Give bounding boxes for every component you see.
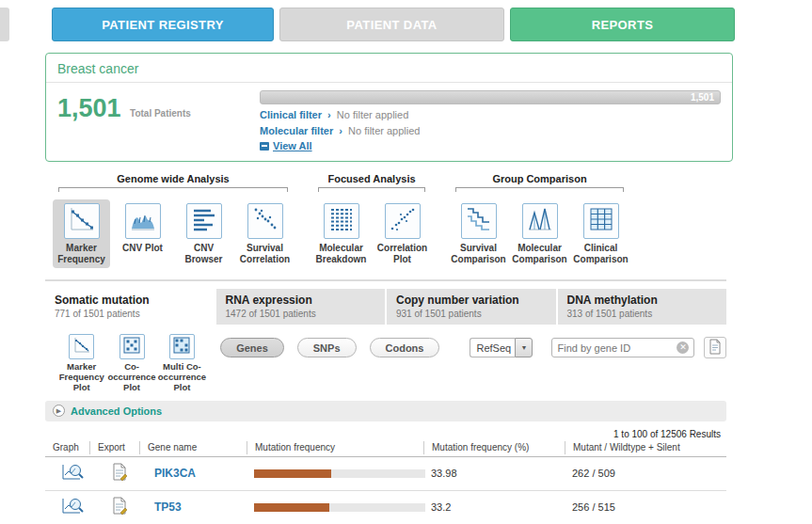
- group-bracket: [58, 187, 288, 192]
- tool-molecular-breakdown[interactable]: Molecular Breakdown: [312, 199, 370, 268]
- molecular-filter-value: No filter applied: [348, 125, 420, 136]
- results-table: Graph Export Gene name Mutation frequenc…: [45, 439, 726, 524]
- export-results-button[interactable]: [704, 337, 726, 358]
- data-tab-subtitle: 771 of 1501 patients: [55, 309, 205, 319]
- tool-label: Molecular Breakdown: [313, 243, 369, 264]
- tool-label: Molecular Comparison: [512, 243, 567, 264]
- total-patients-block: 1,501 Total Patients: [57, 90, 260, 151]
- genes-button[interactable]: Genes: [220, 338, 284, 357]
- tool-co-occurrence-plot[interactable]: Co-occurrence Plot: [106, 334, 156, 393]
- mini-tool-label: Multi Co-occurrence Plot: [157, 362, 207, 393]
- row-export-button[interactable]: [99, 463, 139, 484]
- window-icon: [260, 142, 269, 151]
- column-gene-name: Gene name: [139, 441, 247, 454]
- marker-frequency-icon: [68, 205, 96, 237]
- tab-dna-methylation[interactable]: DNA methylation 313 of 1501 patients: [558, 289, 727, 325]
- chevron-down-icon[interactable]: ▼: [515, 338, 533, 357]
- view-all-row: View All: [260, 140, 721, 151]
- row-graph-button[interactable]: [55, 463, 89, 484]
- analysis-toolbar: Genome wide Analysis Marker Frequency CN…: [53, 173, 812, 268]
- tab-reports-label: REPORTS: [592, 18, 654, 32]
- tool-cnv-browser[interactable]: CNV Browser: [175, 199, 232, 268]
- gene-link[interactable]: PIK3CA: [139, 467, 247, 480]
- molecular-filter-row: Molecular filter › No filter applied: [260, 125, 721, 136]
- expand-play-icon: ▶: [53, 405, 65, 417]
- gene-link[interactable]: TP53: [139, 500, 247, 514]
- data-tab-title: Somatic mutation: [55, 294, 205, 307]
- view-all-link[interactable]: View All: [273, 140, 312, 151]
- data-type-tabs: Somatic mutation 771 of 1501 patients RN…: [45, 289, 726, 325]
- refseq-dropdown[interactable]: RefSeq ▼: [470, 338, 533, 357]
- column-graph: Graph: [45, 441, 89, 454]
- multi-co-occurrence-plot-icon: [172, 336, 191, 358]
- tab-copy-number-variation[interactable]: Copy number variation 931 of 1501 patien…: [387, 289, 556, 325]
- advanced-options-toggle[interactable]: ▶ Advanced Options: [45, 401, 726, 421]
- survival-correlation-icon: [251, 205, 279, 237]
- row-export-button[interactable]: [99, 497, 139, 517]
- document-export-icon: [708, 339, 723, 357]
- chevron-right-icon: ›: [327, 109, 331, 120]
- molecular-comparison-icon: [526, 205, 554, 237]
- mutation-frequency-bar: [254, 469, 425, 478]
- tool-label: Marker Frequency: [54, 243, 109, 264]
- row-graph-button[interactable]: [55, 497, 89, 518]
- tab-patient-data[interactable]: PATIENT DATA: [279, 8, 504, 41]
- mutation-frequency-bar: [254, 503, 425, 512]
- tool-multi-co-occurrence-plot[interactable]: Multi Co-occurrence Plot: [157, 334, 207, 393]
- column-mutation-frequency-pct: Mutation frequency (%): [423, 441, 565, 454]
- group-group-comparison: Group Comparison Survival Comparison Mol…: [450, 173, 629, 268]
- tab-rna-expression[interactable]: RNA expression 1472 of 1501 patients: [216, 289, 386, 325]
- tab-reports[interactable]: REPORTS: [510, 8, 735, 41]
- mini-tool-label: Marker Frequency Plot: [56, 362, 106, 393]
- tool-marker-frequency[interactable]: Marker Frequency: [53, 199, 110, 268]
- cnv-browser-icon: [190, 205, 218, 237]
- group-label: Group Comparison: [450, 173, 629, 184]
- patient-count-bar-value: 1,501: [691, 92, 720, 103]
- refseq-dropdown-value: RefSeq: [470, 338, 515, 357]
- tab-patient-data-label: PATIENT DATA: [346, 18, 437, 32]
- tool-survival-correlation[interactable]: Survival Correlation: [236, 199, 294, 268]
- molecular-filter-link[interactable]: Molecular filter: [260, 125, 333, 136]
- column-mutant-wildtype: Mutant / Wildtype + Silent: [565, 441, 726, 454]
- group-label: Focused Analysis: [312, 173, 431, 184]
- snps-button[interactable]: SNPs: [297, 338, 357, 357]
- data-tab-title: Copy number variation: [396, 294, 547, 307]
- survival-comparison-icon: [465, 205, 493, 237]
- tool-molecular-comparison[interactable]: Molecular Comparison: [511, 199, 568, 268]
- tool-label: Survival Comparison: [451, 243, 506, 264]
- table-header-row: Graph Export Gene name Mutation frequenc…: [45, 439, 726, 457]
- chart-magnifier-icon: [61, 470, 84, 484]
- column-mutation-frequency: Mutation frequency: [247, 441, 423, 454]
- tab-patient-registry[interactable]: PATIENT REGISTRY: [52, 8, 274, 41]
- tool-correlation-plot[interactable]: Correlation Plot: [374, 199, 431, 268]
- tab-somatic-mutation[interactable]: Somatic mutation 771 of 1501 patients: [45, 289, 215, 325]
- gene-search-input[interactable]: [557, 342, 677, 354]
- molecular-breakdown-icon: [327, 205, 356, 237]
- data-tab-title: DNA methylation: [567, 294, 718, 307]
- codons-button[interactable]: Codons: [370, 338, 440, 357]
- clinical-comparison-icon: [587, 205, 615, 237]
- group-label: Genome wide Analysis: [53, 173, 294, 184]
- mutant-wildtype-ratio: 256 / 515: [565, 501, 726, 513]
- document-export-icon: [111, 503, 128, 517]
- marker-frequency-plot-icon: [72, 336, 91, 358]
- clinical-filter-link[interactable]: Clinical filter: [260, 109, 322, 120]
- mini-tool-label: Co-occurrence Plot: [106, 362, 156, 393]
- tool-cnv-plot[interactable]: CNV Plot: [114, 199, 171, 268]
- gene-search-box[interactable]: ✕: [551, 338, 694, 357]
- mutation-toolbar: Marker Frequency Plot Co-occurrence Plot…: [56, 334, 726, 393]
- tab-patient-registry-label: PATIENT REGISTRY: [102, 18, 224, 32]
- tool-clinical-comparison[interactable]: Clinical Comparison: [572, 199, 629, 268]
- tool-marker-frequency-plot[interactable]: Marker Frequency Plot: [56, 334, 106, 393]
- tool-label: CNV Plot: [115, 243, 170, 254]
- table-row: PIK3CA 33.98 262 / 509: [45, 457, 726, 491]
- co-occurrence-plot-icon: [122, 336, 141, 358]
- column-export: Export: [89, 441, 139, 454]
- document-export-icon: [111, 469, 128, 484]
- cnv-plot-icon: [129, 205, 157, 237]
- chevron-right-icon: ›: [339, 125, 342, 136]
- clear-search-icon[interactable]: ✕: [677, 341, 689, 354]
- tool-survival-comparison[interactable]: Survival Comparison: [450, 199, 507, 268]
- data-tab-subtitle: 931 of 1501 patients: [396, 309, 547, 319]
- group-genome-wide-analysis: Genome wide Analysis Marker Frequency CN…: [53, 173, 294, 268]
